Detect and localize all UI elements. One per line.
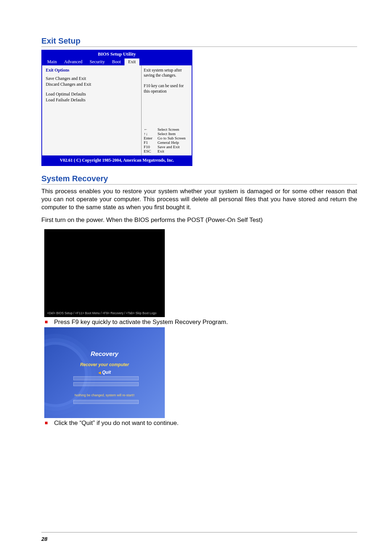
- bios-key-legend: ←Select Screen ↑↓Select Item EnterGo to …: [144, 127, 189, 153]
- bullet-item: Press F9 key quickly to activate the Sys…: [45, 319, 357, 326]
- bios-key: ESC: [144, 149, 158, 153]
- bios-right-panel: Exit system setup after saving the chang…: [142, 65, 192, 155]
- bios-item: Save Changes and Exit: [46, 76, 138, 81]
- bios-key: ↑↓: [144, 131, 158, 136]
- bios-tab-boot: Boot: [109, 58, 124, 65]
- footer-rule: [41, 532, 357, 532]
- bios-item: Discard Changes and Exit: [46, 82, 138, 87]
- bios-exit-options-title: Exit Options: [46, 68, 138, 73]
- bios-footer: V02.61 ( C) Copyright 1985-2004, America…: [42, 155, 192, 165]
- page-number: 28: [41, 536, 48, 542]
- bios-key: ←: [144, 127, 158, 131]
- post-hotkey-text: <Del> BIOS Setup / <F11> Boot Menu / <F9…: [47, 311, 162, 315]
- bios-tab-advanced: Advanced: [60, 58, 86, 65]
- bios-key-desc: General Help: [158, 140, 179, 145]
- section-system-recovery-title: System Recovery: [41, 174, 357, 185]
- bios-key-desc: Exit: [158, 149, 164, 153]
- paragraph: First turn on the power. When the BIOS p…: [41, 216, 357, 224]
- bios-key-desc: Go to Sub Screen: [158, 136, 185, 140]
- recovery-message: Nothing be changed, system will re-start…: [44, 393, 165, 397]
- bios-key: Enter: [144, 136, 158, 140]
- bios-left-panel: Exit Options Save Changes and Exit Disca…: [42, 65, 142, 155]
- bios-key: F1: [144, 140, 158, 145]
- bullet-text: Press F9 key quickly to activate the Sys…: [54, 319, 228, 326]
- bios-tabs: Main Advanced Security Boot Exit: [42, 58, 192, 65]
- bullet-icon: [45, 422, 48, 424]
- bios-key-desc: Select Item: [158, 131, 176, 136]
- recovery-link: Recover your computer: [44, 362, 165, 367]
- paragraph: This process enables you to restore your…: [41, 187, 357, 211]
- bios-item: Load Optimal Defaults: [46, 92, 138, 97]
- bullet-icon: [45, 321, 48, 323]
- recovery-title: Recovery: [44, 351, 165, 358]
- recovery-quit: Quit: [44, 370, 165, 375]
- post-screenshot: <Del> BIOS Setup / <F11> Boot Menu / <F9…: [44, 229, 165, 317]
- bullet-item: Click the “Quit” if you do not want to c…: [45, 420, 357, 427]
- bios-help-text: Exit system setup after saving the chang…: [144, 68, 189, 94]
- recovery-screenshot: Recovery Recover your computer Quit Noth…: [44, 327, 165, 418]
- bios-key: F10: [144, 145, 158, 149]
- bios-item: Load Failsafe Defaults: [46, 97, 138, 103]
- bios-tab-main: Main: [44, 58, 60, 65]
- recovery-bar: [73, 400, 139, 404]
- section-exit-setup-title: Exit Setup: [41, 36, 357, 47]
- bios-screenshot: BIOS Setup Utility Main Advanced Securit…: [41, 50, 192, 166]
- recovery-bars: [73, 376, 139, 388]
- bios-header: BIOS Setup Utility: [42, 50, 192, 58]
- bios-tab-security: Security: [86, 58, 109, 65]
- bullet-text: Click the “Quit” if you do not want to c…: [54, 420, 179, 427]
- bios-key-desc: Save and Exit: [158, 145, 180, 149]
- bios-key-desc: Select Screen: [158, 127, 179, 131]
- bios-tab-exit: Exit: [124, 58, 139, 65]
